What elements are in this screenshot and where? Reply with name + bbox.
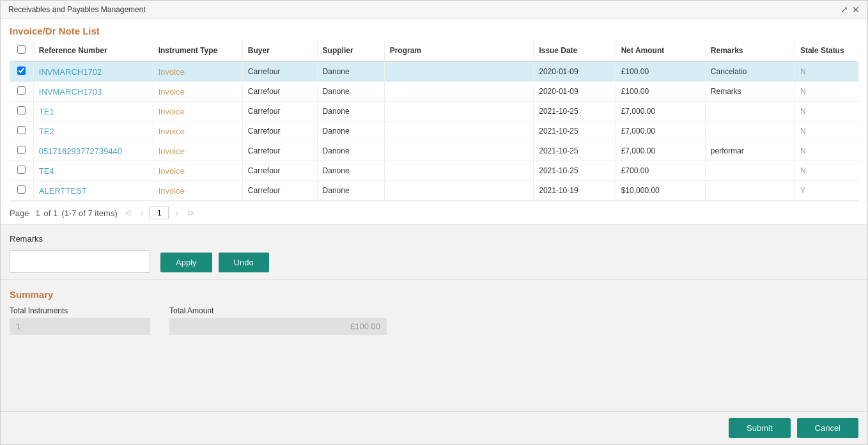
table-row[interactable]: INVMARCH1703 [33, 82, 153, 102]
main-window: Receivables and Payables Management ⤢ ✕ … [0, 0, 868, 445]
table-row[interactable]: TE2 [33, 121, 153, 141]
buyer-cell: Carrefour [242, 121, 317, 141]
issue-date-cell: 2021-10-25 [534, 121, 616, 141]
header-stale-status: Stale Status [794, 40, 858, 61]
issue-date-cell: 2021-10-19 [534, 181, 616, 201]
close-button[interactable]: ✕ [852, 4, 860, 15]
remarks-cell [705, 181, 794, 201]
program-cell [384, 141, 534, 161]
row-checkbox-5[interactable] [17, 166, 26, 174]
select-all-checkbox[interactable] [17, 45, 26, 54]
buyer-cell: Carrefour [242, 181, 317, 201]
total-amount-label: Total Amount [169, 306, 387, 315]
stale-status-cell: N [794, 121, 858, 141]
submit-button[interactable]: Submit [729, 418, 790, 438]
page-label: Page [10, 208, 29, 218]
instrument-type-cell: Invoice [153, 102, 242, 121]
program-cell [384, 181, 534, 201]
row-checkbox-3[interactable] [17, 126, 26, 134]
table-row[interactable]: TE1 [33, 102, 153, 121]
supplier-cell: Danone [317, 121, 384, 141]
header-net-amount: Net Amount [616, 40, 705, 61]
issue-date-cell: 2020-01-09 [534, 82, 616, 102]
pagination-bar: Page 1 of 1 (1-7 of 7 items) ⊲ ‹ › ⊳ [1, 201, 867, 224]
table-row[interactable]: TE4 [33, 161, 153, 181]
ref-link[interactable]: TE1 [39, 107, 54, 116]
table-row[interactable]: ALERTTEST [33, 181, 153, 201]
remarks-cell: performar [705, 141, 794, 161]
summary-section: Summary Total Instruments Total Amount [1, 279, 867, 411]
remarks-cell [705, 161, 794, 181]
net-amount-cell: £7,000.00 [616, 121, 705, 141]
page-input[interactable] [150, 207, 169, 219]
supplier-cell: Danone [317, 181, 384, 201]
row-checkbox-2[interactable] [17, 106, 26, 114]
remarks-row: Remarks Apply Undo [10, 234, 269, 273]
issue-date-cell: 2020-01-09 [534, 61, 616, 82]
row-checkbox-cell [10, 121, 33, 141]
net-amount-cell: £700.00 [616, 161, 705, 181]
header-instrument-type: Instrument Type [153, 40, 242, 61]
page-title: Invoice/Dr Note List [1, 19, 867, 40]
total-instruments-label: Total Instruments [10, 306, 150, 315]
row-checkbox-0[interactable] [17, 66, 26, 75]
remarks-input-area: Apply Undo [10, 250, 269, 273]
row-checkbox-1[interactable] [17, 86, 26, 95]
total-amount-value [169, 318, 387, 335]
header-checkbox-cell[interactable] [10, 40, 33, 61]
program-cell [384, 61, 534, 82]
last-page-button[interactable]: ⊳ [185, 207, 198, 219]
row-checkbox-cell [10, 161, 33, 181]
table-row[interactable]: INVMARCH1702 [33, 61, 153, 82]
ref-link[interactable]: ALERTTEST [39, 186, 87, 196]
program-cell [384, 161, 534, 181]
expand-button[interactable]: ⤢ [841, 4, 848, 15]
supplier-cell: Danone [317, 161, 384, 181]
instrument-type-cell: Invoice [153, 82, 242, 102]
supplier-cell: Danone [317, 82, 384, 102]
ref-link[interactable]: TE4 [39, 166, 54, 176]
net-amount-cell: £100.00 [616, 61, 705, 82]
row-checkbox-4[interactable] [17, 146, 26, 154]
remarks-section: Remarks Apply Undo [1, 224, 867, 279]
next-page-button[interactable]: › [173, 207, 181, 219]
prev-page-button[interactable]: ‹ [138, 207, 146, 219]
undo-button[interactable]: Undo [219, 253, 269, 272]
summary-grid: Total Instruments Total Amount [10, 306, 858, 335]
ref-link[interactable]: TE2 [39, 127, 54, 136]
buyer-cell: Carrefour [242, 141, 317, 161]
row-checkbox-cell [10, 181, 33, 201]
supplier-cell: Danone [317, 141, 384, 161]
remarks-input[interactable] [10, 250, 150, 273]
first-page-button[interactable]: ⊲ [121, 207, 134, 219]
remarks-cell: Remarks [705, 82, 794, 102]
header-supplier: Supplier [317, 40, 384, 61]
stale-status-cell: N [794, 61, 858, 82]
ref-link[interactable]: INVMARCH1702 [39, 67, 102, 77]
stale-status-cell: N [794, 102, 858, 121]
table-section: Reference Number Instrument Type Buyer S… [1, 40, 867, 201]
ref-link[interactable]: 051716293772739440 [39, 146, 122, 156]
footer-section: Submit Cancel [1, 411, 867, 444]
table-row[interactable]: 051716293772739440 [33, 141, 153, 161]
stale-status-cell: Y [794, 181, 858, 201]
remarks-buttons: Apply Undo [160, 253, 269, 272]
apply-button[interactable]: Apply [160, 253, 212, 272]
program-cell [384, 121, 534, 141]
issue-date-cell: 2021-10-25 [534, 102, 616, 121]
header-program: Program [384, 40, 534, 61]
cancel-button[interactable]: Cancel [797, 418, 858, 438]
remarks-cell: Cancelatio [705, 61, 794, 82]
supplier-cell: Danone [317, 102, 384, 121]
window-title: Receivables and Payables Management [8, 5, 146, 14]
row-checkbox-cell [10, 102, 33, 121]
of-label: of 1 [44, 208, 58, 218]
instrument-type-cell: Invoice [153, 181, 242, 201]
ref-link[interactable]: INVMARCH1703 [39, 87, 102, 97]
program-cell [384, 102, 534, 121]
items-label: (1-7 of 7 items) [61, 208, 117, 218]
row-checkbox-6[interactable] [17, 185, 26, 194]
supplier-cell: Danone [317, 61, 384, 82]
net-amount-cell: £7,000.00 [616, 102, 705, 121]
total-amount-item: Total Amount [169, 306, 387, 335]
